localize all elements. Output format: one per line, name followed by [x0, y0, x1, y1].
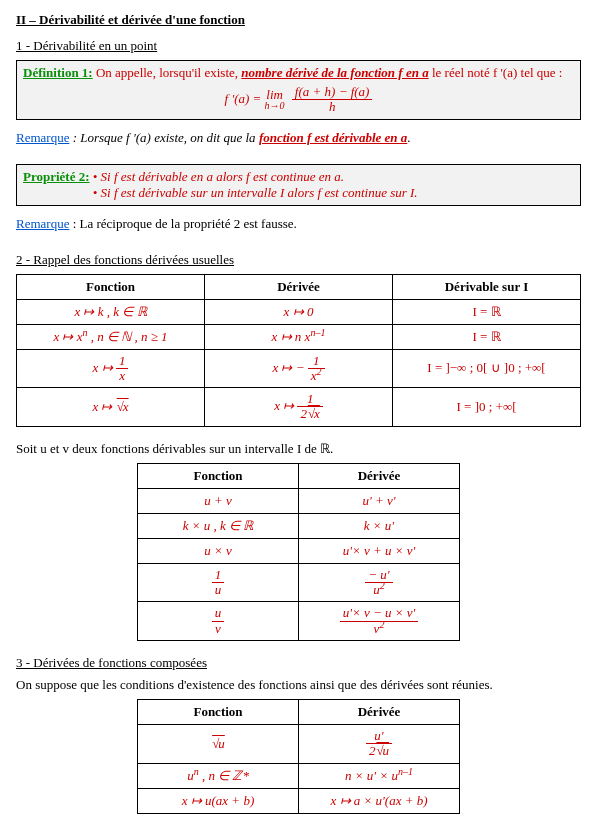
col-derivee: Dérivée — [299, 699, 460, 724]
cell: u — [138, 724, 299, 763]
table-row: x ↦ u(ax + b) x ↦ a × u'(ax + b) — [138, 788, 460, 813]
cell: x ↦ − 1x2 — [205, 349, 393, 388]
remark-2-text: : La réciproque de la propriété 2 est fa… — [69, 216, 296, 231]
cell: x ↦ n xn–1 — [205, 324, 393, 349]
cell: uv — [138, 602, 299, 641]
cell: x ↦ u(ax + b) — [138, 788, 299, 813]
table-row: uv u'× v − u × v'v2 — [138, 602, 460, 641]
remark-1-after: . — [407, 130, 410, 145]
definition-1-box: Définition 1: On appelle, lorsqu'il exis… — [16, 60, 581, 120]
col-derivee: Dérivée — [299, 463, 460, 488]
section-2-heading: 2 - Rappel des fonctions dérivées usuell… — [16, 252, 581, 268]
formula-left: f '(a) = — [225, 91, 265, 106]
cell: u + v — [138, 488, 299, 513]
table-row: u u'2u — [138, 724, 460, 763]
limit-symbol: lim h→0 — [265, 88, 285, 111]
cell: u' + v' — [299, 488, 460, 513]
main-title: II – Dérivabilité et dérivée d'une fonct… — [16, 12, 581, 28]
table-row: u × v u'× v + u × v' — [138, 538, 460, 563]
property-2-line1: • Si f est dérivable en a alors f est co… — [90, 169, 344, 184]
cell: − u'u2 — [299, 563, 460, 602]
definition-1-formula: f '(a) = lim h→0 f(a + h) − f(a) h — [23, 85, 574, 115]
table-row: x ↦ k , k ∈ ℝ x ↦ 0 I = ℝ — [17, 299, 581, 324]
cell: I = ℝ — [393, 324, 581, 349]
section-3-heading: 3 - Dérivées de fonctions composées — [16, 655, 581, 671]
cell: k × u' — [299, 513, 460, 538]
table-row: un , n ∈ ℤ* n × u' × un–1 — [138, 763, 460, 788]
remark-1-before: : Lorsque f '(a) existe, on dit que la — [69, 130, 258, 145]
remark-1-bold: fonction f est dérivable en a — [259, 130, 407, 145]
property-2-label: Propriété 2: — [23, 169, 90, 184]
cell: 1u — [138, 563, 299, 602]
table-row: k × u , k ∈ ℝ k × u' — [138, 513, 460, 538]
section-1-heading: 1 - Dérivabilité en un point — [16, 38, 581, 54]
table-row: 1u − u'u2 — [138, 563, 460, 602]
table-usual-derivatives: Fonction Dérivée Dérivable sur I x ↦ k ,… — [16, 274, 581, 427]
cell: u'× v − u × v'v2 — [299, 602, 460, 641]
cell: x ↦ 1x — [17, 349, 205, 388]
table-row: Fonction Dérivée Dérivable sur I — [17, 274, 581, 299]
definition-1-text-before: On appelle, lorsqu'il existe, — [93, 65, 242, 80]
cell: x ↦ a × u'(ax + b) — [299, 788, 460, 813]
cell: u × v — [138, 538, 299, 563]
cell: I = ]−∞ ; 0[ ∪ ]0 ; +∞[ — [393, 349, 581, 388]
cell: k × u , k ∈ ℝ — [138, 513, 299, 538]
property-2-box: Propriété 2: • Si f est dérivable en a a… — [16, 164, 581, 206]
table-row: Fonction Dérivée — [138, 463, 460, 488]
col-fonction: Fonction — [17, 274, 205, 299]
table-row: u + v u' + v' — [138, 488, 460, 513]
remark-1-label: Remarque — [16, 130, 69, 145]
remark-1: Remarque : Lorsque f '(a) existe, on dit… — [16, 130, 581, 146]
definition-1-term: nombre dérivé de la fonction f en a — [241, 65, 428, 80]
table-2-intro: Soit u et v deux fonctions dérivables su… — [16, 441, 581, 457]
section-3-text: On suppose que les conditions d'existenc… — [16, 677, 581, 693]
remark-2: Remarque : La réciproque de la propriété… — [16, 216, 581, 232]
cell: x ↦ xn , n ∈ ℕ , n ≥ 1 — [17, 324, 205, 349]
table-operations-derivatives: Fonction Dérivée u + v u' + v' k × u , k… — [137, 463, 460, 641]
table-row: x ↦ x x ↦ 12x I = ]0 ; +∞[ — [17, 388, 581, 427]
cell: x ↦ 0 — [205, 299, 393, 324]
definition-1-text-after: le réel noté f '(a) tel que : — [429, 65, 563, 80]
col-fonction: Fonction — [138, 699, 299, 724]
cell: x ↦ 12x — [205, 388, 393, 427]
table-composite-derivatives: Fonction Dérivée u u'2u un , n ∈ ℤ* n × … — [137, 699, 460, 814]
col-domaine: Dérivable sur I — [393, 274, 581, 299]
table-row: Fonction Dérivée — [138, 699, 460, 724]
table-row: x ↦ 1x x ↦ − 1x2 I = ]−∞ ; 0[ ∪ ]0 ; +∞[ — [17, 349, 581, 388]
cell: un , n ∈ ℤ* — [138, 763, 299, 788]
cell: x ↦ x — [17, 388, 205, 427]
remark-2-label: Remarque — [16, 216, 69, 231]
col-derivee: Dérivée — [205, 274, 393, 299]
table-row: x ↦ xn , n ∈ ℕ , n ≥ 1 x ↦ n xn–1 I = ℝ — [17, 324, 581, 349]
cell: n × u' × un–1 — [299, 763, 460, 788]
cell: x ↦ k , k ∈ ℝ — [17, 299, 205, 324]
cell: I = ℝ — [393, 299, 581, 324]
cell: u'× v + u × v' — [299, 538, 460, 563]
difference-quotient: f(a + h) − f(a) h — [292, 85, 373, 115]
cell: I = ]0 ; +∞[ — [393, 388, 581, 427]
col-fonction: Fonction — [138, 463, 299, 488]
definition-1-label: Définition 1: — [23, 65, 93, 80]
cell: u'2u — [299, 724, 460, 763]
property-2-line2: • Si f est dérivable sur un intervalle I… — [90, 185, 418, 200]
